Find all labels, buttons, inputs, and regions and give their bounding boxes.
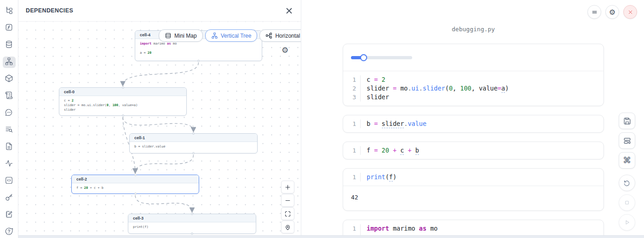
graph-edge-cell-4-cell-0	[123, 62, 199, 85]
sidebar-item-documentation[interactable]	[3, 142, 16, 153]
stop-icon	[623, 199, 631, 206]
function-icon	[5, 23, 13, 34]
notebook-cell-2: 1f = 20 + c + b	[343, 142, 604, 159]
graph-node-cell-3[interactable]: cell-3print(f)	[128, 214, 256, 234]
map-pin-icon	[284, 224, 291, 231]
sidebar-item-logs[interactable]	[3, 125, 16, 136]
sidebar-item-tracing[interactable]	[3, 159, 16, 170]
node-handle-bottom[interactable]	[192, 152, 195, 154]
graph-node-cell-2[interactable]: cell-2f = 20 + c + b	[71, 175, 199, 194]
cell-editor[interactable]: 1b = slider.value	[343, 115, 604, 132]
panel-title: DEPENDENCIES	[26, 7, 73, 14]
sidebar-item-functions[interactable]	[3, 23, 16, 34]
node-handle-bottom[interactable]	[134, 193, 137, 195]
cell-editor[interactable]: 1f = 20 + c + b	[343, 142, 604, 159]
cell-output-area	[343, 44, 604, 71]
view-button-label: Vertical Tree	[221, 33, 252, 39]
dependencies-panel-header: DEPENDENCIES	[18, 0, 301, 22]
notebook-header-buttons: ⚙	[587, 5, 637, 19]
sidebar-item-dependencies[interactable]	[3, 57, 16, 68]
sidebar-item-snippets[interactable]	[3, 176, 16, 187]
key-icon	[5, 193, 13, 204]
node-handle-top[interactable]	[191, 213, 193, 215]
graph-zoom-controls	[281, 181, 294, 233]
gear-icon: ⚙	[609, 8, 615, 17]
fit-view-button[interactable]	[281, 207, 294, 220]
sidebar-item-data-sources[interactable]	[3, 40, 16, 51]
layout-button[interactable]	[619, 132, 635, 149]
menu-button[interactable]	[587, 5, 601, 19]
graph-settings-button[interactable]: ⚙	[282, 46, 288, 54]
save-button[interactable]	[619, 113, 635, 129]
node-handle-top[interactable]	[192, 132, 195, 135]
slider-thumb[interactable]	[360, 54, 367, 61]
dependency-graph-canvas[interactable]: cell-4import marimo as mo a = 20cell-0c …	[18, 22, 301, 238]
close-panel-icon[interactable]	[286, 7, 293, 14]
view-button-label: Horizontal Tree	[275, 33, 301, 39]
node-handle-bottom[interactable]	[122, 114, 124, 117]
list-search-icon	[5, 125, 13, 136]
cell-editor[interactable]: 123c = 2slider = mo.ui.slider(0, 100, va…	[343, 71, 604, 106]
save-icon	[623, 117, 631, 125]
stop-button[interactable]	[619, 194, 635, 211]
close-icon	[627, 9, 634, 16]
graph-node-cell-1[interactable]: cell-1b = slider.value	[129, 133, 258, 153]
graph-node-label: cell-0	[59, 88, 186, 96]
notebook-cell-1: 1b = slider.value	[343, 115, 604, 133]
code-content: b = slider.value	[361, 119, 426, 128]
fit-view-icon	[284, 210, 291, 217]
activity-icon	[5, 159, 13, 170]
run-button[interactable]	[619, 214, 635, 231]
sidebar-item-secrets[interactable]	[3, 193, 16, 204]
graph-node-cell-0[interactable]: cell-0c = 2slider = mo.ui.slider(0, 100,…	[59, 87, 187, 116]
command-palette-button[interactable]: ⌘	[619, 152, 635, 169]
undo-button[interactable]	[619, 175, 635, 191]
code-content: f = 20 + c + b	[361, 146, 419, 155]
graph-node-code: b = slider.value	[130, 142, 257, 151]
help-icon	[5, 227, 13, 238]
sidebar-item-help[interactable]	[3, 227, 16, 238]
graph-node-code: c = 2slider = mo.ui.slider(0, 100, value…	[59, 96, 186, 114]
graph-view-toolbar: Mini MapVertical TreeHorizontal Tree	[159, 29, 301, 42]
zoom-out-button[interactable]	[281, 194, 294, 207]
notebook-panel: debugging.py ⚙ 123c = 2slider = mo.ui.sl…	[301, 0, 644, 238]
view-button-minimap[interactable]: Mini Map	[159, 29, 203, 42]
node-handle-top[interactable]	[134, 174, 137, 176]
notebook-side-buttons: ⌘	[619, 113, 635, 231]
undo-icon	[623, 179, 631, 187]
document-icon	[5, 142, 13, 153]
graph-node-code: import marimo as mo a = 20	[135, 39, 262, 57]
notebook-filename[interactable]: debugging.py	[343, 26, 604, 33]
minimap-icon	[165, 32, 172, 39]
play-icon	[623, 219, 631, 226]
file-tree-icon	[5, 6, 13, 17]
layout-icon	[623, 137, 631, 145]
node-handle-bottom[interactable]	[191, 232, 193, 235]
view-button-htree[interactable]: Horizontal Tree	[259, 29, 301, 42]
notebook-settings-button[interactable]: ⚙	[605, 5, 619, 19]
shutdown-button[interactable]	[623, 5, 637, 19]
graph-node-label: cell-1	[130, 134, 257, 142]
code-square-icon	[5, 176, 13, 187]
view-button-label: Mini Map	[174, 33, 197, 39]
zoom-in-button[interactable]	[281, 181, 294, 193]
graph-edge-cell-1-cell-2	[135, 155, 194, 173]
htree-icon	[265, 32, 272, 39]
sidebar-item-notebook[interactable]	[3, 210, 16, 221]
slider-widget[interactable]	[351, 54, 412, 61]
sidebar-item-scratchpad[interactable]	[3, 91, 16, 102]
database-icon	[5, 40, 13, 51]
graph-node-label: cell-2	[72, 175, 199, 183]
code-content: c = 2slider = mo.ui.slider(0, 100, value…	[361, 75, 509, 102]
node-handle-top[interactable]	[122, 86, 124, 89]
view-button-vtree[interactable]: Vertical Tree	[205, 29, 258, 42]
scroll-icon	[5, 91, 13, 102]
sidebar-item-file-tree[interactable]	[3, 6, 16, 17]
locate-button[interactable]	[281, 221, 294, 233]
cell-editor[interactable]: 1print(f)	[343, 169, 604, 186]
node-handle-bottom[interactable]	[197, 60, 200, 62]
sidebar-item-packages[interactable]	[3, 74, 16, 85]
dependencies-icon	[5, 57, 13, 68]
sidebar-item-chat[interactable]	[3, 108, 16, 119]
chat-icon	[5, 108, 13, 119]
